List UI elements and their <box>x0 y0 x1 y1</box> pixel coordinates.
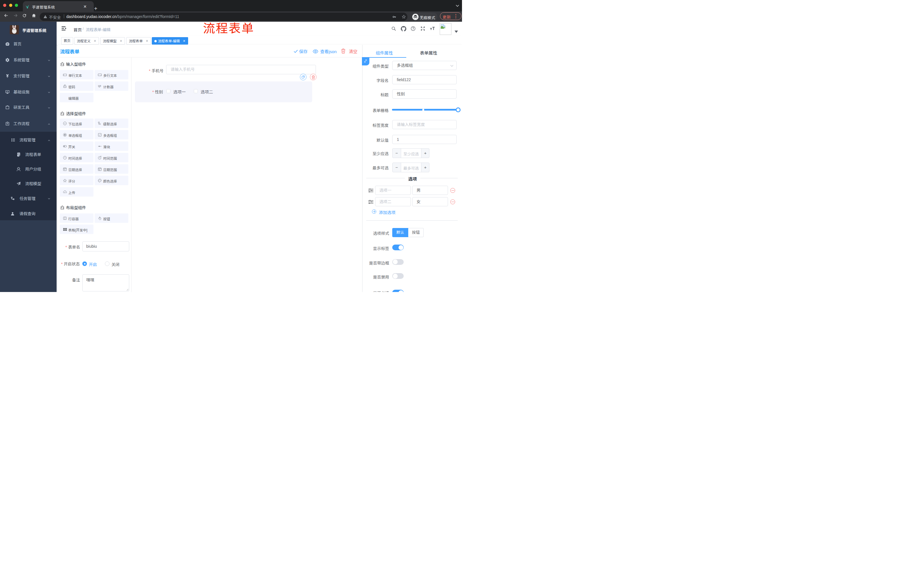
svg-text:123: 123 <box>98 85 101 87</box>
